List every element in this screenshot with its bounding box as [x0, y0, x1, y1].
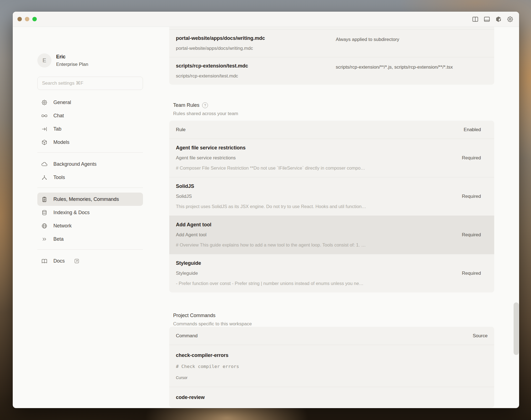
rule-title: scripts/rcp-extension/test.mdc: [176, 63, 336, 69]
clipped-row-remnant: [169, 27, 494, 30]
scrollbar-thumb[interactable]: [514, 302, 519, 355]
column-header-command: Command: [176, 333, 197, 339]
sidebar-item-label: Indexing & Docs: [53, 210, 90, 216]
clipboard-icon: [41, 196, 48, 203]
sidebar-nav: General Chat Tab: [37, 96, 143, 268]
section-title: Team Rules ?: [173, 102, 494, 108]
gear-icon: [41, 99, 48, 106]
minimize-button[interactable]: [25, 17, 29, 21]
divider: [37, 152, 143, 153]
sidebar-item-models[interactable]: Models: [37, 136, 143, 149]
sidebar-item-label: General: [53, 100, 71, 105]
divider: [37, 188, 143, 188]
rule-title: portal-website/apps/docs/writing.mdc: [176, 35, 336, 42]
project-rule-row[interactable]: scripts/rcp-extension/test.mdc scripts/r…: [169, 57, 494, 85]
sidebar-item-label: Models: [53, 139, 69, 145]
project-rule-row[interactable]: portal-website/apps/docs/writing.mdc por…: [169, 30, 494, 57]
sidebar-item-label: Chat: [53, 113, 64, 119]
sidebar-item-chat[interactable]: Chat: [37, 109, 143, 122]
help-icon[interactable]: ?: [202, 102, 208, 108]
sidebar-item-label: Background Agents: [53, 161, 97, 167]
sidebar-item-rules-memories-commands[interactable]: Rules, Memories, Commands: [37, 193, 143, 206]
external-link-icon: [74, 258, 80, 264]
team-rule-row[interactable]: Agent file service restrictions Agent fi…: [169, 139, 494, 177]
project-rules-table: portal-website/apps/docs/writing.mdc por…: [169, 27, 494, 85]
titlebar: [13, 12, 519, 27]
command-name: code-review: [176, 394, 488, 401]
sidebar-item-network[interactable]: Network: [37, 219, 143, 232]
avatar: E: [37, 53, 51, 68]
user-plan: Enterprise Plan: [56, 62, 88, 67]
user-name: Eric: [56, 54, 88, 60]
sidebar-item-label: Rules, Memories, Commands: [53, 196, 119, 202]
cloud-icon: [41, 161, 48, 167]
rule-glob-patterns: scripts/rcp-extension/**/*.js, scripts/r…: [336, 63, 488, 79]
command-row[interactable]: check-compiler-errors # Check compiler e…: [169, 345, 494, 387]
sidebar-item-docs[interactable]: Docs: [37, 254, 143, 268]
database-icon: [41, 209, 48, 216]
command-row[interactable]: code-review: [169, 387, 494, 408]
command-name: check-compiler-errors: [176, 352, 488, 359]
close-button[interactable]: [17, 17, 22, 21]
section-subtitle: Commands specific to this workspace: [173, 321, 494, 327]
sidebar-item-tools[interactable]: Tools: [37, 171, 143, 184]
split-bottom-panel-icon[interactable]: [483, 16, 490, 23]
project-commands-table: Command Source check-compiler-errors # C…: [169, 327, 494, 408]
rule-subtitle: scripts/rcp-extension/test.mdc: [176, 73, 336, 79]
globe-icon: [41, 222, 48, 229]
table-header-row: Rule Enabled: [169, 121, 494, 139]
arrow-to-bar-icon: [41, 126, 48, 132]
settings-content: portal-website/apps/docs/writing.mdc por…: [169, 27, 494, 408]
section-title: Project Commands: [173, 313, 494, 318]
sidebar-item-beta[interactable]: Beta: [37, 232, 143, 246]
table-header-row: Command Source: [169, 327, 494, 345]
rule-subtitle: Add Agent tool: [176, 232, 488, 238]
zoom-button[interactable]: [32, 17, 37, 21]
team-rule-row-hovered[interactable]: Add Agent tool Add Agent tool # Overview…: [169, 216, 494, 254]
column-header-enabled: Enabled: [464, 127, 488, 133]
search-settings-input[interactable]: [37, 77, 143, 90]
status-badge: Required: [462, 155, 481, 161]
double-chevron-icon: [41, 236, 48, 242]
sidebar-item-label: Tools: [53, 175, 65, 180]
rule-subtitle: Styleguide: [176, 270, 488, 276]
cube-icon[interactable]: [495, 16, 502, 23]
network-branch-icon: [41, 174, 48, 181]
divider: [37, 249, 143, 250]
rule-subtitle: portal-website/apps/docs/writing.mdc: [176, 45, 336, 51]
titlebar-actions: [472, 12, 514, 27]
status-badge: Required: [462, 232, 481, 238]
team-rule-row[interactable]: SolidJS SolidJS This project uses SolidJ…: [169, 177, 494, 216]
gear-icon[interactable]: [506, 16, 514, 23]
command-source: Cursor: [176, 375, 488, 380]
sidebar-item-label: Tab: [53, 126, 61, 132]
rule-snippet: This project uses SolidJS as its JSX eng…: [176, 203, 469, 209]
column-header-rule: Rule: [176, 127, 186, 133]
cursor-settings-window: E Eric Enterprise Plan General: [13, 12, 519, 408]
sidebar-item-tab[interactable]: Tab: [37, 122, 143, 136]
user-card: E Eric Enterprise Plan: [37, 53, 169, 68]
rule-snippet: # Composer File Service Restriction **Do…: [176, 165, 469, 171]
cube-outline-icon: [41, 139, 48, 146]
team-rule-row[interactable]: Styleguide Styleguide - Prefer function …: [169, 254, 494, 292]
project-commands-header: Project Commands Commands specific to th…: [173, 313, 494, 327]
sidebar-item-background-agents[interactable]: Background Agents: [37, 157, 143, 171]
rule-snippet: - Prefer function over const - Prefer st…: [176, 280, 469, 286]
sidebar-item-general[interactable]: General: [37, 96, 143, 109]
column-header-source: Source: [473, 333, 488, 339]
team-rules-table: Rule Enabled Agent file service restrict…: [169, 121, 494, 292]
rule-apply-mode: Always applied to subdirectory: [336, 35, 488, 51]
rule-title: Add Agent tool: [176, 222, 488, 228]
rule-snippet: # Overview This guide explains how to ad…: [176, 242, 469, 248]
split-columns-icon[interactable]: [472, 16, 479, 23]
book-icon: [41, 258, 48, 264]
team-rules-title: Team Rules: [173, 102, 199, 108]
rule-subtitle: Agent file service restrictions: [176, 155, 488, 161]
sidebar-item-indexing-docs[interactable]: Indexing & Docs: [37, 206, 143, 219]
rule-subtitle: SolidJS: [176, 193, 488, 199]
rule-title: Styleguide: [176, 260, 488, 266]
status-badge: Required: [462, 271, 481, 276]
team-rules-header: Team Rules ? Rules shared across your te…: [173, 102, 494, 116]
sidebar-item-label: Docs: [53, 258, 65, 264]
search-box: [37, 77, 169, 90]
